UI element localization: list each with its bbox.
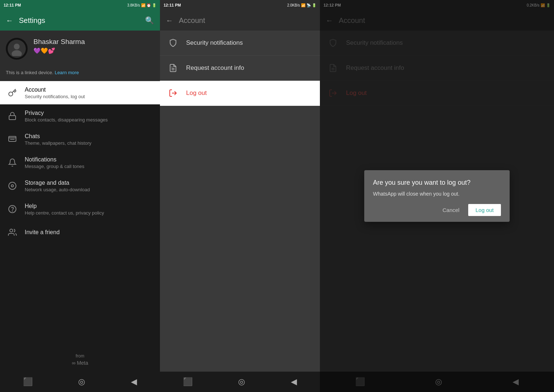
top-bar-title-account: Account — [179, 16, 314, 25]
svg-point-6 — [9, 182, 16, 189]
avatar — [6, 38, 28, 60]
settings-item-storage[interactable]: Storage and data Network usage, auto-dow… — [0, 174, 160, 197]
dialog-title: Are you sure you want to log out? — [373, 179, 501, 187]
dialog-cancel-button[interactable]: Cancel — [437, 204, 465, 216]
back-nav-btn-1[interactable]: ◀ — [131, 377, 137, 387]
help-title: Help — [25, 203, 104, 209]
chats-title: Chats — [25, 133, 92, 140]
bottom-nav-1: ⬛ ◎ ◀ — [0, 372, 160, 392]
battery-icon: 🔋 — [152, 3, 156, 7]
profile-info: Bhaskar Sharma 💜🧡💕 — [33, 38, 85, 54]
account-item-request[interactable]: Request account info — [160, 56, 320, 81]
settings-item-text-invite: Invite a friend — [25, 229, 60, 236]
recents-nav-btn-1[interactable]: ◎ — [78, 377, 85, 387]
chat-icon — [6, 133, 19, 146]
back-nav-btn-2[interactable]: ◀ — [291, 377, 297, 387]
settings-item-account[interactable]: Account Security notifications, log out — [0, 81, 160, 104]
meta-logo: ∞ Meta — [6, 360, 154, 366]
search-button-settings[interactable]: 🔍 — [145, 16, 154, 25]
invite-title: Invite a friend — [25, 229, 60, 236]
people-icon — [6, 226, 19, 239]
settings-list: Account Security notifications, log out … — [0, 81, 160, 348]
svg-point-0 — [14, 44, 20, 49]
home-nav-btn-1[interactable]: ⬛ — [23, 377, 33, 387]
shield-icon — [167, 37, 179, 49]
privacy-title: Privacy — [25, 110, 108, 116]
settings-item-invite[interactable]: Invite a friend — [0, 221, 160, 244]
settings-item-text-account: Account Security notifications, log out — [25, 87, 85, 99]
network-speed-2: 2.0KB/s — [287, 3, 300, 7]
avatar-image — [8, 40, 26, 58]
linked-device-text: This is a linked device. Learn more — [0, 65, 160, 81]
status-icons-2: 2.0KB/s 📶 📡 🔋 — [287, 3, 316, 7]
security-notifications-label: Security notifications — [186, 39, 243, 47]
help-icon — [6, 203, 19, 216]
notifications-title: Notifications — [25, 156, 84, 163]
svg-rect-2 — [9, 116, 16, 120]
help-subtitle: Help centre, contact us, privacy policy — [25, 210, 104, 216]
network-speed-1: 3.8KB/s — [127, 3, 140, 7]
top-bar-account: ← Account — [160, 10, 320, 31]
alarm-icon: ⏰ — [146, 3, 151, 7]
status-bar-1: 12:11 PM 3.8KB/s 📶 ⏰ 🔋 — [0, 0, 160, 10]
svg-point-1 — [12, 50, 22, 56]
top-bar-settings: ← Settings 🔍 — [0, 10, 160, 31]
account-subtitle: Security notifications, log out — [25, 94, 85, 99]
svg-point-10 — [10, 229, 13, 232]
profile-emoji: 💜🧡💕 — [33, 47, 85, 54]
settings-item-text-notifications: Notifications Message, group & call tone… — [25, 156, 84, 169]
settings-item-chats[interactable]: Chats Theme, wallpapers, chat history — [0, 128, 160, 151]
panel-account: 12:11 PM 2.0KB/s 📶 📡 🔋 ← Account Securit… — [160, 0, 320, 392]
learn-more-link[interactable]: Learn more — [55, 70, 79, 75]
request-account-info-label: Request account info — [186, 64, 244, 72]
meta-footer: from ∞ Meta — [0, 348, 160, 372]
document-icon — [167, 62, 179, 74]
svg-point-7 — [11, 185, 13, 187]
status-time-2: 12:11 PM — [164, 3, 181, 7]
key-icon — [6, 86, 19, 99]
back-button-account[interactable]: ← — [166, 16, 173, 25]
back-button-settings[interactable]: ← — [6, 16, 13, 25]
signal-icon: 📶 — [141, 3, 145, 7]
bottom-nav-2: ⬛ ◎ ◀ — [160, 372, 320, 392]
dialog-confirm-logout-button[interactable]: Log out — [468, 204, 501, 216]
status-time-1: 12:11 PM — [4, 3, 21, 7]
logout-label: Log out — [186, 89, 207, 97]
chats-subtitle: Theme, wallpapers, chat history — [25, 140, 92, 146]
status-icons-1: 3.8KB/s 📶 ⏰ 🔋 — [127, 3, 156, 7]
logout-dialog: Are you sure you want to log out? WhatsA… — [364, 170, 510, 222]
settings-item-text-chats: Chats Theme, wallpapers, chat history — [25, 133, 92, 146]
panel-logout-dialog: 12:12 PM 0.2KB/s 📶 🔋 ← Account Security … — [320, 0, 554, 392]
signal-icon-2: 📶 — [301, 3, 305, 7]
home-nav-btn-2[interactable]: ⬛ — [183, 377, 193, 387]
account-item-security[interactable]: Security notifications — [160, 31, 320, 56]
storage-icon — [6, 179, 19, 192]
meta-label: Meta — [77, 360, 88, 366]
lock-icon — [6, 109, 19, 123]
privacy-subtitle: Block contacts, disappearing messages — [25, 117, 108, 123]
storage-subtitle: Network usage, auto-download — [25, 187, 90, 192]
dialog-message: WhatsApp will close when you log out. — [373, 191, 501, 197]
settings-item-help[interactable]: Help Help centre, contact us, privacy po… — [0, 197, 160, 221]
settings-item-text-storage: Storage and data Network usage, auto-dow… — [25, 180, 90, 192]
settings-item-text-help: Help Help centre, contact us, privacy po… — [25, 203, 104, 216]
settings-item-privacy[interactable]: Privacy Block contacts, disappearing mes… — [0, 104, 160, 128]
account-title: Account — [25, 87, 85, 93]
dialog-buttons: Cancel Log out — [373, 204, 501, 216]
person-silhouette-icon — [9, 41, 24, 56]
top-bar-title-settings: Settings — [19, 16, 139, 25]
wifi-icon-2: 📡 — [306, 3, 311, 7]
footer-from: from — [6, 353, 154, 359]
recents-nav-btn-2[interactable]: ◎ — [238, 377, 245, 387]
bell-icon — [6, 156, 19, 169]
settings-item-text-privacy: Privacy Block contacts, disappearing mes… — [25, 110, 108, 123]
logout-icon — [167, 87, 179, 99]
notifications-subtitle: Message, group & call tones — [25, 164, 84, 169]
status-bar-2: 12:11 PM 2.0KB/s 📶 📡 🔋 — [160, 0, 320, 10]
battery-icon-2: 🔋 — [312, 3, 316, 7]
panel-settings: 12:11 PM 3.8KB/s 📶 ⏰ 🔋 ← Settings 🔍 Bhas… — [0, 0, 160, 392]
account-item-logout[interactable]: Log out — [160, 81, 320, 106]
storage-title: Storage and data — [25, 180, 90, 186]
meta-infinity-icon: ∞ — [72, 360, 75, 366]
settings-item-notifications[interactable]: Notifications Message, group & call tone… — [0, 151, 160, 174]
